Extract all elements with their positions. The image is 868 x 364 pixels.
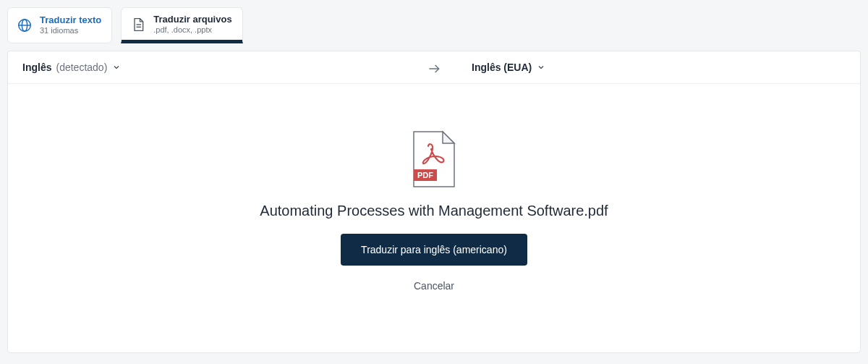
target-lang-label: Inglês (EUA) bbox=[472, 62, 532, 73]
document-icon bbox=[130, 17, 146, 33]
svg-text:PDF: PDF bbox=[417, 171, 433, 179]
tabs-container: Traduzir texto 31 idiomas Traduzir arqui… bbox=[0, 0, 868, 43]
target-language-selector[interactable]: Inglês (EUA) bbox=[472, 62, 546, 73]
pdf-file-icon: PDF bbox=[411, 130, 457, 188]
tab-translate-files[interactable]: Traduzir arquivos .pdf, .docx, .pptx bbox=[121, 7, 242, 43]
language-bar: Inglês (detectado) Inglês (EUA) bbox=[8, 51, 860, 84]
file-content-area: PDF Automating Processes with Management… bbox=[8, 84, 860, 352]
swap-arrow-icon bbox=[427, 62, 441, 79]
source-lang-half: Inglês (detectado) bbox=[22, 62, 434, 73]
globe-icon bbox=[17, 17, 33, 33]
chevron-down-icon bbox=[111, 62, 122, 72]
tab-text-title: Traduzir texto bbox=[40, 14, 101, 26]
translate-button[interactable]: Traduzir para inglês (americano) bbox=[341, 234, 527, 266]
tab-files-subtitle: .pdf, .docx, .pptx bbox=[153, 25, 231, 35]
source-detected-label: (detectado) bbox=[56, 62, 107, 73]
cancel-button[interactable]: Cancelar bbox=[414, 280, 454, 292]
tab-translate-text[interactable]: Traduzir texto 31 idiomas bbox=[7, 7, 112, 43]
source-language-selector[interactable]: Inglês (detectado) bbox=[22, 62, 122, 73]
tab-files-labels: Traduzir arquivos .pdf, .docx, .pptx bbox=[153, 14, 231, 35]
source-lang-label: Inglês bbox=[22, 62, 51, 73]
tab-text-subtitle: 31 idiomas bbox=[40, 26, 101, 36]
file-name: Automating Processes with Management Sof… bbox=[260, 203, 608, 219]
tab-text-labels: Traduzir texto 31 idiomas bbox=[40, 14, 101, 36]
main-panel: Inglês (detectado) Inglês (EUA) bbox=[7, 51, 861, 353]
target-lang-half: Inglês (EUA) bbox=[434, 62, 846, 73]
tab-files-title: Traduzir arquivos bbox=[153, 14, 231, 25]
chevron-down-icon bbox=[536, 62, 546, 72]
